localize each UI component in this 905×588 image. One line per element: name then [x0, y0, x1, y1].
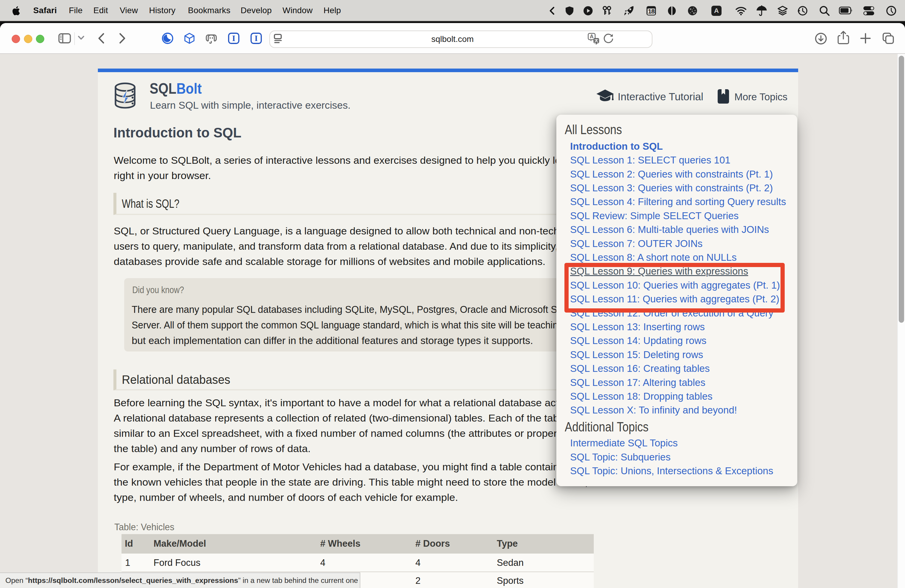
- svg-text:A: A: [590, 33, 594, 40]
